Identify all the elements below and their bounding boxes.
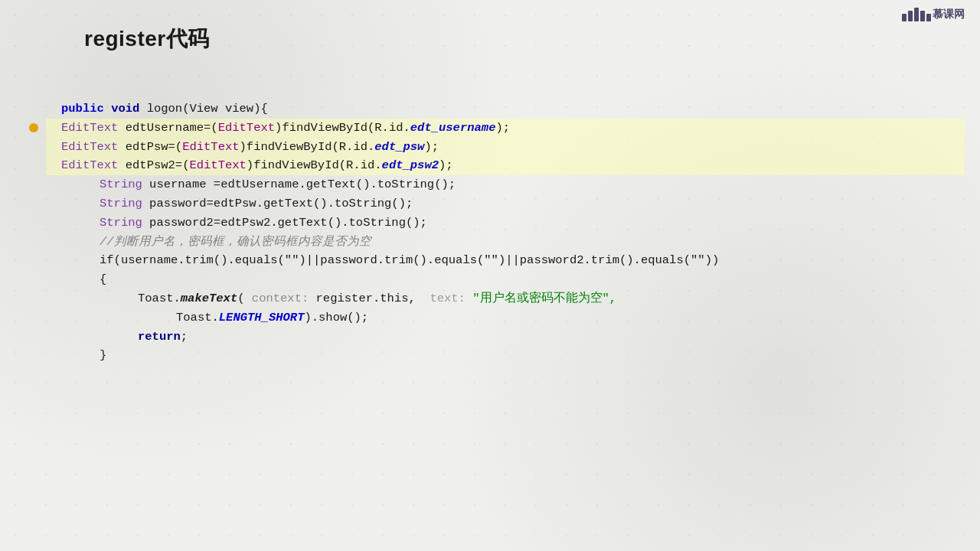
length-short: LENGTH_SHORT (219, 308, 305, 328)
keyword-void: void (111, 99, 139, 119)
keyword-public: public (61, 99, 104, 119)
logo-text: 慕课网 (933, 8, 965, 21)
field-edt-psw: edt_psw (374, 138, 424, 157)
edittext-cast-3: EditText (189, 156, 246, 175)
code-line-10: { (100, 270, 934, 289)
logo: 慕课网 (902, 8, 965, 21)
code-container: public void logon(View view){ EditText e… (61, 99, 934, 365)
text-param-label: text: (430, 289, 466, 308)
logo-bars (902, 8, 931, 21)
code-line-9: if(username.trim().equals("")||password.… (100, 251, 934, 270)
logo-bar-1 (902, 14, 906, 21)
string-type-2: String (100, 194, 142, 214)
code-line-3: EditText edtPsw=( EditText )findViewById… (46, 138, 965, 157)
keyword-return: return (138, 328, 181, 347)
edittext-type-1: EditText (61, 119, 118, 138)
page-title: register代码 (84, 24, 210, 54)
comment: //判断用户名，密码框，确认密码框内容是否为空 (100, 233, 371, 252)
string-type-3: String (100, 214, 142, 233)
field-edt-username: edt_username (410, 119, 496, 138)
context-param-label: context: (252, 289, 309, 308)
logo-bar-2 (908, 11, 913, 21)
code-line-8: //判断用户名，密码框，确认密码框内容是否为空 (100, 233, 934, 252)
warning-dot (29, 123, 38, 132)
edittext-cast-2: EditText (182, 138, 239, 157)
logo-bar-4 (920, 11, 925, 21)
edittext-type-3: EditText (61, 156, 118, 175)
edittext-cast-1: EditText (218, 119, 275, 138)
logo-bar-3 (914, 8, 919, 21)
code-line-2: EditText edtUsername=( EditText )findVie… (46, 119, 965, 138)
code-line-14: } (100, 346, 934, 365)
code-line-5: String username =edtUsername.getText().t… (100, 175, 934, 194)
code-line-1: public void logon(View view){ (61, 99, 934, 119)
code-line-7: String password2=edtPsw2.getText().toStr… (100, 214, 934, 233)
edittext-type-2: EditText (61, 138, 118, 157)
field-edt-psw2: edt_psw2 (382, 156, 439, 175)
code-line-13: return ; (138, 328, 934, 347)
string-type-1: String (100, 175, 142, 194)
code-line-4: EditText edtPsw2=( EditText )findViewByI… (46, 156, 965, 175)
code-line-6: String password=edtPsw.getText().toStrin… (100, 194, 934, 214)
make-text-method: makeText (181, 289, 237, 308)
code-line-11: Toast. makeText ( context: register.this… (138, 289, 934, 308)
toast-message: "用户名或密码不能为空", (466, 289, 616, 308)
code-line-12: Toast. LENGTH_SHORT ).show(); (176, 308, 934, 328)
logo-bar-5 (926, 14, 931, 21)
